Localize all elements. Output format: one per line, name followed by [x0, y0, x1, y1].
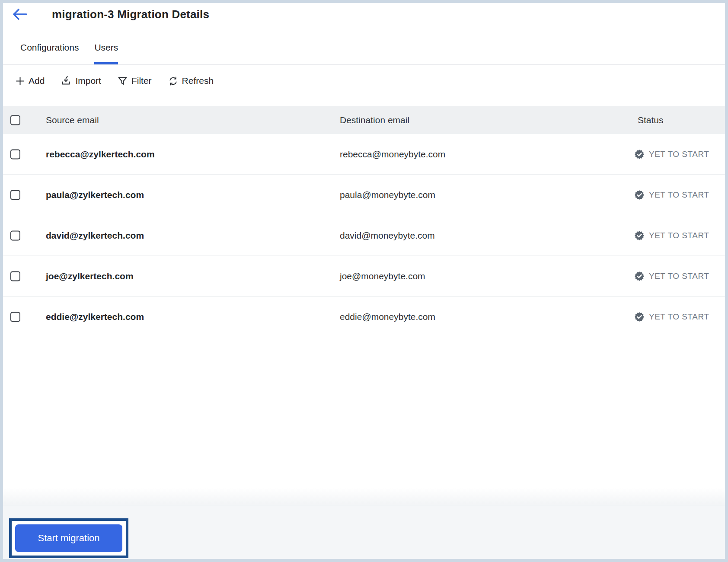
seal-check-icon	[634, 149, 645, 160]
table-row: joe@zylkertech.com joe@moneybyte.com YET…	[3, 256, 725, 297]
status-badge: YET TO START	[634, 271, 709, 281]
row-checkbox[interactable]	[10, 149, 20, 159]
header-divider	[37, 4, 37, 25]
source-email: david@zylkertech.com	[46, 230, 144, 241]
source-email: paula@zylkertech.com	[46, 190, 144, 200]
destination-email: joe@moneybyte.com	[340, 271, 425, 281]
column-header-source-email: Source email	[46, 115, 99, 125]
tab-users[interactable]: Users	[94, 39, 118, 64]
plus-icon	[16, 77, 25, 86]
filter-button[interactable]: Filter	[118, 76, 152, 86]
seal-check-icon	[634, 230, 645, 241]
refresh-label: Refresh	[182, 76, 214, 86]
column-header-status: Status	[638, 115, 664, 125]
page-title: migration-3 Migration Details	[52, 8, 209, 21]
filter-funnel-icon	[118, 76, 128, 86]
users-table-body: rebecca@zylkertech.com rebecca@moneybyte…	[3, 134, 725, 337]
users-toolbar: Add Import Filter Refresh	[3, 65, 725, 97]
page-header: migration-3 Migration Details	[3, 3, 725, 26]
table-row: eddie@zylkertech.com eddie@moneybyte.com…	[3, 297, 725, 337]
source-email: joe@zylkertech.com	[46, 271, 134, 281]
status-badge: YET TO START	[634, 230, 709, 241]
row-checkbox[interactable]	[10, 271, 20, 281]
table-row: rebecca@zylkertech.com rebecca@moneybyte…	[3, 134, 725, 175]
status-badge: YET TO START	[634, 190, 709, 200]
status-text: YET TO START	[649, 271, 709, 281]
refresh-icon	[168, 76, 178, 86]
back-arrow-icon	[12, 8, 28, 21]
seal-check-icon	[634, 271, 645, 281]
filter-label: Filter	[131, 76, 152, 86]
tab-bar: Configurations Users	[3, 39, 725, 65]
tab-configurations[interactable]: Configurations	[20, 39, 79, 64]
footer-bar: Start migration	[3, 505, 725, 559]
column-header-destination-email: Destination email	[340, 115, 409, 125]
import-icon	[61, 76, 71, 86]
source-email: rebecca@zylkertech.com	[46, 149, 155, 160]
status-text: YET TO START	[649, 231, 709, 240]
import-button[interactable]: Import	[61, 76, 101, 86]
destination-email: rebecca@moneybyte.com	[340, 149, 445, 160]
migration-details-page: migration-3 Migration Details Configurat…	[0, 0, 728, 562]
destination-email: paula@moneybyte.com	[340, 190, 435, 200]
add-label: Add	[29, 76, 45, 86]
annotation-highlight-box: Start migration	[9, 518, 128, 558]
seal-check-icon	[634, 312, 645, 322]
tab-label: Users	[94, 42, 118, 53]
table-row: paula@zylkertech.com paula@moneybyte.com…	[3, 175, 725, 215]
status-text: YET TO START	[649, 312, 709, 322]
row-checkbox[interactable]	[10, 312, 20, 322]
add-button[interactable]: Add	[16, 76, 45, 86]
back-button[interactable]	[3, 3, 37, 26]
destination-email: eddie@moneybyte.com	[340, 312, 435, 322]
status-badge: YET TO START	[634, 312, 709, 322]
import-label: Import	[75, 76, 101, 86]
select-all-checkbox[interactable]	[10, 115, 20, 125]
table-row: david@zylkertech.com david@moneybyte.com…	[3, 215, 725, 256]
source-email: eddie@zylkertech.com	[46, 312, 144, 322]
status-badge: YET TO START	[634, 149, 709, 160]
table-header: Source email Destination email Status	[3, 106, 725, 134]
seal-check-icon	[634, 190, 645, 200]
footer-fade	[3, 488, 725, 505]
row-checkbox[interactable]	[10, 190, 20, 200]
tab-label: Configurations	[20, 42, 79, 53]
refresh-button[interactable]: Refresh	[168, 76, 214, 86]
row-checkbox[interactable]	[10, 230, 20, 240]
start-migration-button[interactable]: Start migration	[15, 524, 122, 552]
status-text: YET TO START	[649, 190, 709, 200]
status-text: YET TO START	[649, 150, 709, 159]
destination-email: david@moneybyte.com	[340, 230, 435, 241]
